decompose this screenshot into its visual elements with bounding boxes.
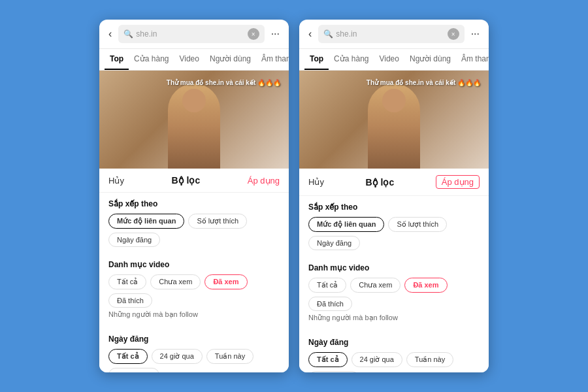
video-thumbnail-right: Thử mua đồ she.in và cái kết 🔥🔥🔥 — [299, 71, 489, 169]
sub-label-left: Những người mà bạn follow — [108, 310, 280, 319]
date-chips-row1-left: Tất cả 24 giờ qua Tuần này Tháng này — [108, 349, 280, 372]
chip-week-left[interactable]: Tuần này — [206, 349, 253, 364]
tab-user-right[interactable]: Người dùng — [404, 49, 456, 70]
search-box-right[interactable]: 🔍 she.in × — [318, 25, 464, 43]
clear-button-left[interactable]: × — [248, 28, 259, 40]
clear-button-right[interactable]: × — [448, 28, 459, 40]
more-button-right[interactable]: ··· — [468, 27, 482, 41]
figure-left — [168, 84, 220, 169]
tabs-right: Top Cửa hàng Video Người dùng Âm thanh — [299, 49, 489, 71]
filter-cancel-right[interactable]: Hủy — [308, 177, 324, 187]
category-section-right: Danh mục video Tất cả Chưa xem Đã xem Đã… — [299, 257, 489, 331]
topbar-right: ‹ 🔍 she.in × ··· — [299, 20, 489, 49]
back-button-right[interactable]: ‹ — [306, 27, 314, 41]
date-label-right: Ngày đăng — [308, 338, 480, 347]
tab-store-right[interactable]: Cửa hàng — [329, 49, 374, 70]
tab-video-left[interactable]: Video — [174, 49, 204, 70]
video-overlay-text-left: Thử mua đồ she.in và cái kết 🔥🔥🔥 — [167, 78, 281, 88]
chip-liked-right[interactable]: Đã thích — [308, 297, 352, 311]
date-section-right: Ngày đăng Tất cả 24 giờ qua Tuần này Thá… — [299, 331, 489, 372]
tab-top-right[interactable]: Top — [304, 49, 329, 70]
filter-header-left: Hủy Bộ lọc Áp dụng — [99, 169, 289, 193]
chip-liked-left[interactable]: Đã thích — [108, 293, 152, 308]
search-icon-left: 🔍 — [123, 29, 133, 39]
video-overlay-text-right: Thử mua đồ she.in và cái kết 🔥🔥🔥 — [367, 78, 481, 88]
tabs-left: Top Cửa hàng Video Người dùng Âm thanh — [99, 49, 289, 71]
search-text-left: she.in — [136, 29, 157, 39]
sort-chips-left: Mức độ liên quan Số lượt thích Ngày đăng — [108, 214, 280, 247]
more-button-left[interactable]: ··· — [269, 27, 282, 41]
filter-panel-right: Hủy Bộ lọc Áp dụng Sắp xếp theo Mức độ l… — [299, 169, 489, 372]
sort-label-left: Sắp xếp theo — [108, 199, 280, 208]
tab-top-left[interactable]: Top — [105, 49, 129, 70]
chip-unwatched-right[interactable]: Chưa xem — [350, 278, 400, 293]
category-chips-left: Tất cả Chưa xem Đã xem Đã thích — [108, 274, 280, 308]
phone-left-wrapper: ‹ 🔍 she.in × ··· Top Cửa hàng Video Ngườ… — [99, 20, 289, 372]
video-thumbnail-left: Thử mua đồ she.in và cái kết 🔥🔥🔥 — [99, 71, 289, 169]
sort-chips-right: Mức độ liên quan Số lượt thích Ngày đăng — [308, 217, 480, 250]
tab-store-left[interactable]: Cửa hàng — [129, 49, 174, 70]
chip-watched-right[interactable]: Đã xem — [404, 278, 447, 293]
date-section-left: Ngày đăng Tất cả 24 giờ qua Tuần này Thá… — [99, 328, 289, 372]
topbar-left: ‹ 🔍 she.in × ··· — [99, 20, 289, 49]
filter-apply-right[interactable]: Áp dụng — [436, 175, 480, 189]
chip-week-right[interactable]: Tuần này — [406, 352, 453, 367]
filter-header-right: Hủy Bộ lọc Áp dụng — [299, 169, 489, 196]
chip-watched-left[interactable]: Đã xem — [204, 274, 247, 289]
chip-date-left[interactable]: Ngày đăng — [108, 233, 160, 247]
filter-panel-left: Hủy Bộ lọc Áp dụng Sắp xếp theo Mức độ l… — [99, 169, 289, 372]
category-label-left: Danh mục video — [108, 260, 280, 269]
search-box-left[interactable]: 🔍 she.in × — [118, 25, 264, 43]
back-button-left[interactable]: ‹ — [106, 27, 114, 41]
chip-month-left[interactable]: Tháng này — [108, 368, 159, 372]
filter-apply-left[interactable]: Áp dụng — [248, 176, 280, 186]
phone-right-wrapper: ‹ 🔍 she.in × ··· Top Cửa hàng Video Ngườ… — [299, 20, 489, 372]
sub-label-right: Những người mà bạn follow — [308, 314, 480, 322]
chip-likes-left[interactable]: Số lượt thích — [188, 214, 247, 229]
tab-sound-right[interactable]: Âm thanh — [456, 49, 489, 70]
tab-sound-left[interactable]: Âm thanh — [256, 49, 289, 70]
phones-container: ‹ 🔍 she.in × ··· Top Cửa hàng Video Ngườ… — [99, 20, 489, 372]
category-section-left: Danh mục video Tất cả Chưa xem Đã xem Đã… — [99, 253, 289, 328]
chip-likes-right[interactable]: Số lượt thích — [388, 217, 447, 232]
filter-title-right: Bộ lọc — [366, 177, 395, 188]
chip-all-date-right[interactable]: Tất cả — [308, 352, 348, 367]
sort-label-right: Sắp xếp theo — [308, 203, 480, 212]
chip-all-left[interactable]: Tất cả — [108, 274, 146, 289]
search-text-right: she.in — [336, 29, 357, 39]
chip-date-right[interactable]: Ngày đăng — [308, 236, 360, 250]
chip-relevance-right[interactable]: Mức độ liên quan — [308, 217, 384, 232]
category-label-right: Danh mục video — [308, 263, 480, 272]
phone-right: ‹ 🔍 she.in × ··· Top Cửa hàng Video Ngườ… — [299, 20, 489, 372]
chip-all-date-left[interactable]: Tất cả — [108, 349, 148, 364]
chip-24h-right[interactable]: 24 giờ qua — [351, 352, 402, 367]
sort-section-right: Sắp xếp theo Mức độ liên quan Số lượt th… — [299, 196, 489, 257]
phone-left: ‹ 🔍 she.in × ··· Top Cửa hàng Video Ngườ… — [99, 20, 289, 372]
tab-user-left[interactable]: Người dùng — [204, 49, 256, 70]
chip-month-right[interactable]: Tháng này — [308, 371, 359, 372]
tab-video-right[interactable]: Video — [374, 49, 404, 70]
figure-right — [368, 84, 420, 169]
chip-unwatched-left[interactable]: Chưa xem — [150, 274, 201, 289]
filter-title-left: Bộ lọc — [172, 175, 201, 186]
chip-24h-left[interactable]: 24 giờ qua — [152, 349, 203, 364]
chip-relevance-left[interactable]: Mức độ liên quan — [108, 214, 184, 229]
search-icon-right: 🔍 — [323, 29, 333, 39]
filter-cancel-left[interactable]: Hủy — [108, 176, 124, 186]
chip-all-right[interactable]: Tất cả — [308, 278, 346, 293]
category-chips-right: Tất cả Chưa xem Đã xem Đã thích — [308, 278, 480, 311]
date-chips-row1-right: Tất cả 24 giờ qua Tuần này Tháng này — [308, 352, 480, 372]
sort-section-left: Sắp xếp theo Mức độ liên quan Số lượt th… — [99, 193, 289, 253]
date-label-left: Ngày đăng — [108, 335, 280, 344]
